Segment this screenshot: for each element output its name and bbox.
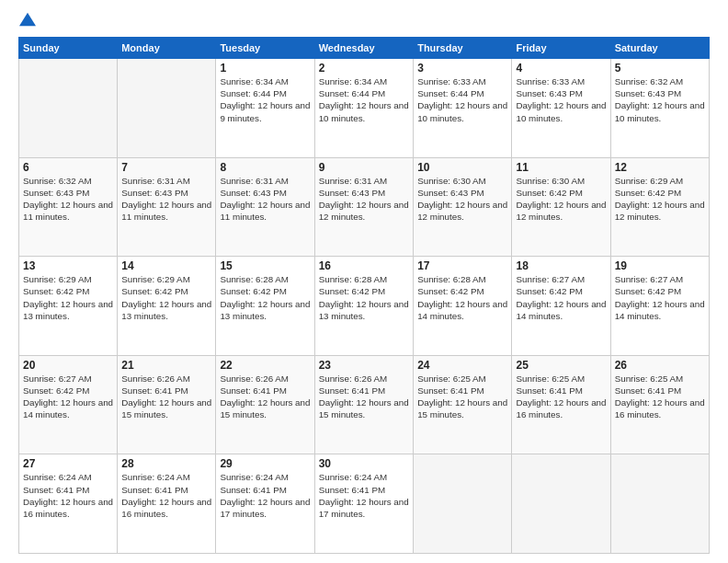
day-info: Sunrise: 6:32 AMSunset: 6:43 PMDaylight:… bbox=[23, 175, 113, 224]
logo bbox=[18, 17, 36, 28]
day-number: 1 bbox=[220, 62, 310, 75]
logo-triangle-icon bbox=[19, 11, 36, 28]
day-info: Sunrise: 6:28 AMSunset: 6:42 PMDaylight:… bbox=[220, 273, 310, 322]
day-number: 5 bbox=[615, 62, 705, 75]
calendar-week-row: 20Sunrise: 6:27 AMSunset: 6:42 PMDayligh… bbox=[19, 355, 710, 454]
calendar-cell: 26Sunrise: 6:25 AMSunset: 6:41 PMDayligh… bbox=[610, 355, 709, 454]
day-info: Sunrise: 6:32 AMSunset: 6:43 PMDaylight:… bbox=[615, 75, 705, 124]
calendar-cell: 15Sunrise: 6:28 AMSunset: 6:42 PMDayligh… bbox=[216, 257, 314, 356]
calendar-cell: 14Sunrise: 6:29 AMSunset: 6:42 PMDayligh… bbox=[118, 257, 216, 356]
calendar-cell: 30Sunrise: 6:24 AMSunset: 6:41 PMDayligh… bbox=[314, 454, 413, 554]
calendar-cell: 8Sunrise: 6:31 AMSunset: 6:43 PMDaylight… bbox=[216, 157, 314, 257]
day-info: Sunrise: 6:30 AMSunset: 6:42 PMDaylight:… bbox=[516, 175, 606, 224]
day-number: 9 bbox=[319, 161, 409, 174]
day-info: Sunrise: 6:33 AMSunset: 6:44 PMDaylight:… bbox=[417, 75, 507, 124]
weekday-header-thursday: Thursday bbox=[414, 38, 512, 59]
calendar-cell: 24Sunrise: 6:25 AMSunset: 6:41 PMDayligh… bbox=[414, 355, 512, 454]
day-info: Sunrise: 6:27 AMSunset: 6:42 PMDaylight:… bbox=[516, 273, 606, 322]
calendar-cell bbox=[610, 454, 709, 554]
day-number: 2 bbox=[319, 62, 409, 75]
day-info: Sunrise: 6:27 AMSunset: 6:42 PMDaylight:… bbox=[615, 273, 705, 322]
calendar-cell: 4Sunrise: 6:33 AMSunset: 6:43 PMDaylight… bbox=[512, 59, 610, 158]
calendar-week-row: 6Sunrise: 6:32 AMSunset: 6:43 PMDaylight… bbox=[19, 157, 710, 257]
day-info: Sunrise: 6:31 AMSunset: 6:43 PMDaylight:… bbox=[220, 175, 310, 224]
calendar-week-row: 27Sunrise: 6:24 AMSunset: 6:41 PMDayligh… bbox=[19, 454, 710, 554]
calendar-cell: 22Sunrise: 6:26 AMSunset: 6:41 PMDayligh… bbox=[216, 355, 314, 454]
day-number: 6 bbox=[23, 161, 113, 174]
calendar-cell bbox=[19, 59, 118, 158]
day-info: Sunrise: 6:34 AMSunset: 6:44 PMDaylight:… bbox=[220, 75, 310, 124]
calendar-week-row: 13Sunrise: 6:29 AMSunset: 6:42 PMDayligh… bbox=[19, 257, 710, 356]
calendar-cell: 20Sunrise: 6:27 AMSunset: 6:42 PMDayligh… bbox=[19, 355, 118, 454]
day-number: 29 bbox=[220, 457, 310, 470]
calendar-cell: 1Sunrise: 6:34 AMSunset: 6:44 PMDaylight… bbox=[216, 59, 314, 158]
day-info: Sunrise: 6:30 AMSunset: 6:43 PMDaylight:… bbox=[417, 175, 507, 224]
calendar-cell: 11Sunrise: 6:30 AMSunset: 6:42 PMDayligh… bbox=[512, 157, 610, 257]
day-info: Sunrise: 6:28 AMSunset: 6:42 PMDaylight:… bbox=[319, 273, 409, 322]
weekday-header-saturday: Saturday bbox=[610, 38, 709, 59]
calendar-cell: 7Sunrise: 6:31 AMSunset: 6:43 PMDaylight… bbox=[118, 157, 216, 257]
header bbox=[18, 17, 710, 28]
calendar-cell: 25Sunrise: 6:25 AMSunset: 6:41 PMDayligh… bbox=[512, 355, 610, 454]
calendar-cell: 12Sunrise: 6:29 AMSunset: 6:42 PMDayligh… bbox=[610, 157, 709, 257]
calendar-cell: 28Sunrise: 6:24 AMSunset: 6:41 PMDayligh… bbox=[118, 454, 216, 554]
day-number: 7 bbox=[121, 161, 211, 174]
day-number: 24 bbox=[417, 359, 507, 372]
weekday-header-monday: Monday bbox=[118, 38, 216, 59]
calendar-cell: 27Sunrise: 6:24 AMSunset: 6:41 PMDayligh… bbox=[19, 454, 118, 554]
calendar-cell: 21Sunrise: 6:26 AMSunset: 6:41 PMDayligh… bbox=[118, 355, 216, 454]
calendar-cell: 19Sunrise: 6:27 AMSunset: 6:42 PMDayligh… bbox=[610, 257, 709, 356]
weekday-header-row: SundayMondayTuesdayWednesdayThursdayFrid… bbox=[19, 38, 710, 59]
calendar-cell bbox=[118, 59, 216, 158]
day-number: 22 bbox=[220, 359, 310, 372]
weekday-header-tuesday: Tuesday bbox=[216, 38, 314, 59]
day-info: Sunrise: 6:25 AMSunset: 6:41 PMDaylight:… bbox=[417, 373, 507, 421]
day-number: 3 bbox=[417, 62, 507, 75]
calendar-table: SundayMondayTuesdayWednesdayThursdayFrid… bbox=[18, 37, 710, 554]
calendar-cell bbox=[512, 454, 610, 554]
day-number: 4 bbox=[516, 62, 606, 75]
day-number: 20 bbox=[23, 359, 113, 372]
day-info: Sunrise: 6:29 AMSunset: 6:42 PMDaylight:… bbox=[23, 273, 113, 322]
day-number: 13 bbox=[23, 259, 113, 272]
weekday-header-wednesday: Wednesday bbox=[314, 38, 413, 59]
day-number: 18 bbox=[516, 259, 606, 272]
calendar-week-row: 1Sunrise: 6:34 AMSunset: 6:44 PMDaylight… bbox=[19, 59, 710, 158]
day-number: 12 bbox=[615, 161, 705, 174]
day-number: 15 bbox=[220, 259, 310, 272]
calendar-cell: 6Sunrise: 6:32 AMSunset: 6:43 PMDaylight… bbox=[19, 157, 118, 257]
day-number: 25 bbox=[516, 359, 606, 372]
calendar-cell: 29Sunrise: 6:24 AMSunset: 6:41 PMDayligh… bbox=[216, 454, 314, 554]
day-info: Sunrise: 6:28 AMSunset: 6:42 PMDaylight:… bbox=[417, 273, 507, 322]
day-info: Sunrise: 6:29 AMSunset: 6:42 PMDaylight:… bbox=[615, 175, 705, 224]
calendar-cell: 17Sunrise: 6:28 AMSunset: 6:42 PMDayligh… bbox=[414, 257, 512, 356]
day-info: Sunrise: 6:25 AMSunset: 6:41 PMDaylight:… bbox=[615, 373, 705, 421]
day-number: 11 bbox=[516, 161, 606, 174]
day-info: Sunrise: 6:31 AMSunset: 6:43 PMDaylight:… bbox=[121, 175, 211, 224]
day-info: Sunrise: 6:33 AMSunset: 6:43 PMDaylight:… bbox=[516, 75, 606, 124]
calendar-cell: 5Sunrise: 6:32 AMSunset: 6:43 PMDaylight… bbox=[610, 59, 709, 158]
day-number: 30 bbox=[319, 457, 409, 470]
day-info: Sunrise: 6:29 AMSunset: 6:42 PMDaylight:… bbox=[121, 273, 211, 322]
day-info: Sunrise: 6:24 AMSunset: 6:41 PMDaylight:… bbox=[23, 471, 113, 520]
day-number: 26 bbox=[615, 359, 705, 372]
day-number: 23 bbox=[319, 359, 409, 372]
day-number: 28 bbox=[121, 457, 211, 470]
calendar-cell: 16Sunrise: 6:28 AMSunset: 6:42 PMDayligh… bbox=[314, 257, 413, 356]
calendar-cell: 2Sunrise: 6:34 AMSunset: 6:44 PMDaylight… bbox=[314, 59, 413, 158]
calendar-cell: 18Sunrise: 6:27 AMSunset: 6:42 PMDayligh… bbox=[512, 257, 610, 356]
weekday-header-friday: Friday bbox=[512, 38, 610, 59]
calendar-cell bbox=[414, 454, 512, 554]
calendar-cell: 23Sunrise: 6:26 AMSunset: 6:41 PMDayligh… bbox=[314, 355, 413, 454]
calendar-cell: 3Sunrise: 6:33 AMSunset: 6:44 PMDaylight… bbox=[414, 59, 512, 158]
day-number: 14 bbox=[121, 259, 211, 272]
svg-marker-0 bbox=[19, 13, 36, 26]
day-info: Sunrise: 6:24 AMSunset: 6:41 PMDaylight:… bbox=[319, 471, 409, 520]
day-info: Sunrise: 6:25 AMSunset: 6:41 PMDaylight:… bbox=[516, 373, 606, 421]
day-info: Sunrise: 6:27 AMSunset: 6:42 PMDaylight:… bbox=[23, 373, 113, 421]
day-info: Sunrise: 6:26 AMSunset: 6:41 PMDaylight:… bbox=[319, 373, 409, 421]
day-number: 21 bbox=[121, 359, 211, 372]
day-info: Sunrise: 6:26 AMSunset: 6:41 PMDaylight:… bbox=[121, 373, 211, 421]
day-info: Sunrise: 6:34 AMSunset: 6:44 PMDaylight:… bbox=[319, 75, 409, 124]
day-number: 19 bbox=[615, 259, 705, 272]
